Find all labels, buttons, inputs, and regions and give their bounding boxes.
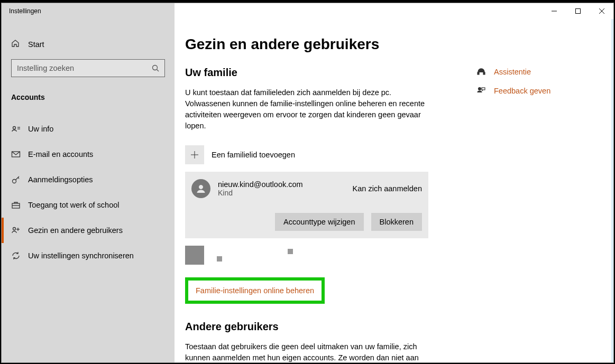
sidebar-item-sync-settings[interactable]: Uw instellingen synchroniseren (2, 243, 175, 268)
window-controls (542, 3, 613, 19)
block-button[interactable]: Blokkeren (371, 213, 422, 231)
sidebar-item-label: Gezin en andere gebruikers (28, 226, 123, 235)
close-icon (599, 8, 604, 14)
minimize-button[interactable] (542, 3, 566, 19)
member-status: Kan zich aanmelden (353, 184, 422, 193)
home-icon (11, 39, 20, 50)
sidebar-item-label: Uw info (28, 125, 53, 133)
member-header: nieuw.kind@outlook.com Kind Kan zich aan… (191, 179, 422, 198)
content-column: Uw familie U kunt toestaan dat familiele… (185, 67, 428, 362)
home-button[interactable]: Start (2, 35, 175, 54)
search-box[interactable] (11, 59, 165, 77)
assistance-label: Assistentie (494, 68, 531, 76)
key-icon (11, 175, 21, 184)
sidebar-item-family-users[interactable]: Gezin en andere gebruikers (2, 218, 175, 243)
placeholder-dot (217, 256, 222, 262)
avatar-icon (191, 179, 210, 198)
placeholder-dot (288, 249, 293, 254)
svg-point-10 (13, 180, 16, 183)
manage-family-online-link[interactable]: Familie-instellingen online beheren (196, 286, 314, 295)
member-info: nieuw.kind@outlook.com Kind (218, 180, 353, 197)
window-title: Instellingen (2, 7, 175, 15)
content-row: Uw familie U kunt toestaan dat familiele… (185, 67, 595, 362)
member-email: nieuw.kind@outlook.com (218, 180, 353, 189)
sidebar-item-label: Uw instellingen synchroniseren (28, 251, 134, 260)
page-title: Gezin en andere gebruikers (185, 36, 595, 53)
sidebar-item-label: E-mail en accounts (28, 150, 93, 158)
family-heading: Uw familie (185, 67, 428, 79)
sidebar-item-email-accounts[interactable]: E-mail en accounts (2, 142, 175, 167)
sidebar: Start Accounts Uw info (2, 19, 175, 362)
change-account-type-button[interactable]: Accounttype wijzigen (275, 213, 363, 231)
main-panel: Gezin en andere gebruikers Uw familie U … (175, 19, 613, 362)
add-family-label: Een familielid toevoegen (212, 151, 295, 159)
sidebar-item-your-info[interactable]: Uw info (2, 116, 175, 142)
other-users-section: Andere gebruikers Toestaan dat gebruiker… (185, 321, 428, 362)
sidebar-item-signin-options[interactable]: Aanmeldingsopties (2, 167, 175, 192)
headset-icon (476, 67, 487, 77)
scrollbar[interactable] (611, 19, 613, 362)
search-input[interactable] (17, 64, 152, 72)
window-body: Start Accounts Uw info (2, 19, 613, 362)
people-plus-icon (11, 226, 21, 235)
mail-icon (11, 150, 21, 159)
member-role: Kind (218, 189, 353, 197)
titlebar: Instellingen (2, 3, 613, 19)
svg-rect-22 (483, 72, 485, 74)
svg-line-5 (157, 70, 159, 72)
maximize-icon (575, 8, 581, 14)
close-button[interactable] (590, 3, 613, 19)
category-heading: Accounts (2, 77, 175, 109)
minimize-icon (552, 8, 557, 14)
svg-point-4 (153, 66, 158, 70)
sync-icon (11, 251, 21, 260)
sidebar-item-label: Aanmeldingsopties (28, 175, 93, 184)
sidebar-item-work-school[interactable]: Toegang tot werk of school (2, 192, 175, 218)
maximize-button[interactable] (566, 3, 590, 19)
sidebar-item-label: Toegang tot werk of school (28, 201, 120, 209)
family-description: U kunt toestaan dat familieleden zich aa… (185, 87, 428, 132)
feedback-link[interactable]: Feedback geven (476, 86, 592, 96)
home-label: Start (28, 40, 44, 49)
plus-icon (185, 145, 204, 164)
other-users-description: Toestaan dat gebruikers die geen deel ui… (185, 341, 428, 362)
search-icon (152, 64, 159, 72)
manage-online-highlight: Familie-instellingen online beheren (185, 277, 325, 304)
family-member-card[interactable]: nieuw.kind@outlook.com Kind Kan zich aan… (185, 172, 428, 238)
nav-list: Uw info E-mail en accounts Aanmeldingsop… (2, 109, 175, 268)
other-users-heading: Andere gebruikers (185, 321, 428, 333)
svg-point-6 (13, 127, 16, 129)
briefcase-icon (11, 200, 21, 210)
placeholder-box (185, 246, 204, 265)
svg-point-23 (479, 88, 481, 90)
loading-placeholder (185, 246, 428, 265)
add-family-member-button[interactable]: Een familielid toevoegen (185, 145, 428, 164)
feedback-label: Feedback geven (494, 87, 550, 95)
assistance-link[interactable]: Assistentie (476, 67, 592, 77)
feedback-icon (476, 86, 487, 96)
person-card-icon (11, 124, 21, 134)
settings-window: Instellingen Start (1, 3, 614, 363)
member-actions: Accounttype wijzigen Blokkeren (191, 213, 422, 231)
svg-rect-1 (575, 9, 580, 14)
svg-point-20 (199, 185, 203, 189)
svg-rect-24 (482, 88, 485, 90)
svg-rect-21 (478, 72, 479, 74)
svg-line-12 (18, 178, 19, 179)
svg-point-15 (13, 228, 16, 230)
help-column: Assistentie Feedback geven (476, 67, 592, 362)
